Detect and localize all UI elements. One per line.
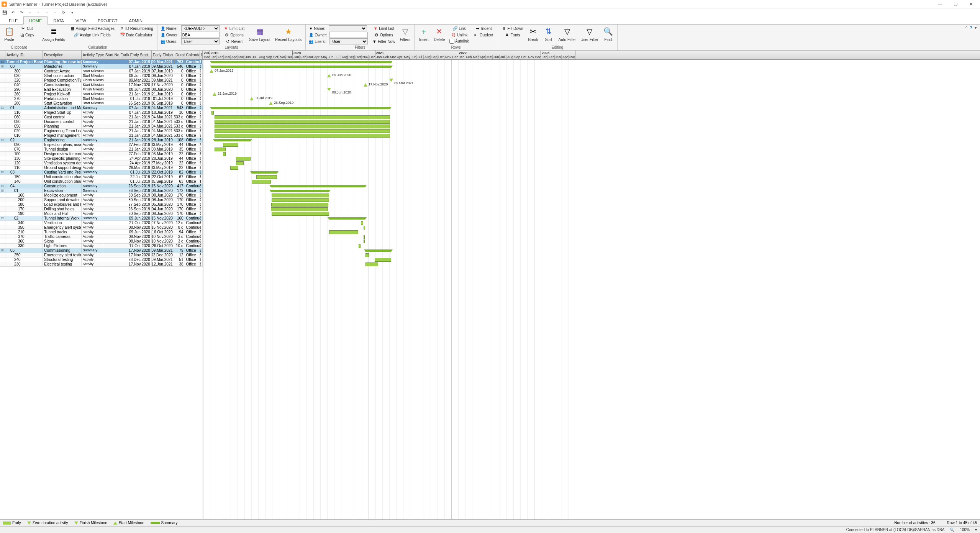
table-row[interactable]: 290End ExcavationFinish Milestone08.Jun.…	[0, 87, 203, 92]
column-header[interactable]: Early Finish	[152, 51, 174, 59]
column-header[interactable]	[0, 51, 5, 59]
fonts-button[interactable]: AFonts	[500, 32, 524, 38]
activity-bar[interactable]	[211, 111, 214, 115]
table-row[interactable]: 010Project managementActivity21.Jan.2019…	[0, 133, 203, 138]
activity-bar[interactable]	[271, 203, 328, 207]
find-button[interactable]: 🔍Find	[601, 25, 615, 43]
table-row[interactable]: 300Contract AwardStart Milestone07.Jan.2…	[0, 69, 203, 74]
autofilter-button[interactable]: ▽Auto Filter	[557, 25, 578, 43]
activity-bar[interactable]	[272, 212, 329, 216]
gantt-row[interactable]	[203, 175, 980, 179]
table-row[interactable]: 320Project Completion/Tunnel OpeningFini…	[0, 78, 203, 83]
milestone-marker[interactable]: 09.Jun.2020	[327, 74, 331, 77]
table-row[interactable]: 310Project Start-UpActivity07.Jan.201918…	[0, 110, 203, 115]
collapse-ribbon-icon[interactable]: ^	[965, 25, 967, 30]
expand-toggle[interactable]: ⊟	[1, 65, 4, 68]
gantt-row[interactable]	[203, 120, 980, 124]
assign-link-fields-button[interactable]: 🔗Assign Link Fields	[68, 32, 116, 38]
expand-toggle[interactable]: ⊟	[1, 107, 4, 110]
activity-bar[interactable]	[215, 129, 390, 133]
menu-tab-data[interactable]: DATA	[48, 16, 70, 24]
zoom-out-icon[interactable]: 🔍	[950, 528, 954, 532]
gantt-row[interactable]	[203, 221, 980, 225]
autolink-checkbox[interactable]	[449, 39, 454, 44]
activity-bar[interactable]	[364, 239, 365, 243]
gantt-row[interactable]	[203, 106, 980, 110]
more-icon[interactable]: ▾	[69, 9, 75, 15]
table-row[interactable]: 090Inspection plans, assessment and reAc…	[0, 143, 203, 147]
gantt-row[interactable]	[203, 143, 980, 147]
redo-icon[interactable]: ↷	[18, 9, 25, 15]
activity-bar[interactable]	[359, 244, 361, 248]
table-row[interactable]: 250Emergency alert testingActivity17.Nov…	[0, 253, 203, 257]
table-row[interactable]: 160Mobilize equipmentActivity30.Sep.2019…	[0, 193, 203, 198]
table-row[interactable]: 150Unit construction phase 2Activity22.J…	[0, 175, 203, 179]
activity-bar[interactable]	[375, 258, 391, 262]
assign-field-packages-button[interactable]: ▦Assign Field Packages	[68, 25, 116, 31]
gantt-row[interactable]	[203, 216, 980, 221]
milestone-marker[interactable]: 17.Nov.2020	[364, 83, 367, 87]
zoom-dropdown-icon[interactable]: ▾	[975, 528, 977, 532]
gantt-row[interactable]	[203, 235, 980, 239]
activity-bar[interactable]	[365, 253, 369, 257]
activity-bar[interactable]	[365, 262, 378, 266]
summary-bar[interactable]	[271, 185, 365, 187]
milestone-marker[interactable]: 09.Mar.2021	[389, 79, 393, 82]
table-row[interactable]: 370Traffic camerasActivity08.Nov.202010.…	[0, 235, 203, 239]
id-renumbering-button[interactable]: #ID Renumbering	[118, 25, 155, 31]
activity-bar[interactable]	[329, 230, 358, 234]
summary-bar[interactable]	[329, 217, 365, 220]
filldown-button[interactable]: ⬇Fill Down	[500, 25, 524, 31]
link-button[interactable]: 🔗Link	[448, 25, 470, 31]
gantt-row[interactable]	[203, 184, 980, 189]
gantt-row[interactable]	[203, 156, 980, 161]
maximize-button[interactable]: ▢	[948, 0, 963, 8]
table-row[interactable]: 110Ground support designActivity29.Mar.2…	[0, 166, 203, 170]
milestone-marker[interactable]: 26.Sep.2019	[269, 102, 273, 105]
sort-button[interactable]: ⇅Sort	[542, 25, 556, 43]
outdent-button[interactable]: ⇤Outdent	[472, 32, 495, 38]
insert-button[interactable]: ＋Insert	[417, 25, 431, 43]
activity-bar[interactable]	[223, 143, 238, 147]
table-row[interactable]: ⊟01ExcavationSummary26.Sep.201908.Jun.20…	[0, 189, 203, 193]
menu-tab-view[interactable]: VIEW	[70, 16, 92, 24]
activity-bar[interactable]	[223, 152, 226, 156]
table-row[interactable]: ⊟04ConstructionSummary26.Sep.201915.Nov.…	[0, 184, 203, 189]
cut-button[interactable]: ✂Cut	[18, 25, 36, 31]
gantt-row[interactable]	[203, 64, 980, 69]
gantt-row[interactable]	[203, 147, 980, 152]
milestone-marker[interactable]: 07.Jan.2019	[210, 69, 213, 73]
help-icon[interactable]: ?	[970, 25, 972, 30]
print-icon[interactable]: ▫	[44, 9, 50, 15]
gantt-row[interactable]: 09.Mar.2021	[203, 78, 980, 83]
activity-bar[interactable]	[215, 120, 390, 124]
activity-bar[interactable]	[364, 235, 365, 239]
gantt-row[interactable]	[203, 198, 980, 202]
summary-bar[interactable]	[211, 61, 391, 63]
activity-bar[interactable]	[361, 221, 363, 225]
table-row[interactable]: 140Unit construction phase 1Activity01.J…	[0, 179, 203, 184]
expand-toggle[interactable]: ⊟	[1, 171, 4, 174]
table-row[interactable]: 340VentilationActivity27.Oct.202007.Nov.…	[0, 221, 203, 225]
column-header[interactable]: Planned QTY	[200, 51, 203, 59]
filter-limit-button[interactable]: ▼Limit List	[370, 25, 397, 31]
table-row[interactable]: 180Load explosives and blastActivity27.S…	[0, 202, 203, 207]
table-row[interactable]: ⊟01Administration and ManagementSummary0…	[0, 106, 203, 110]
unlink-button[interactable]: ⛓Unlink	[448, 32, 470, 38]
activity-bar[interactable]	[272, 198, 329, 202]
gantt-row[interactable]	[203, 133, 980, 138]
gantt-row[interactable]	[203, 170, 980, 175]
grid-body[interactable]: ⊟Tunnel Project BaselinePlanning the new…	[0, 60, 203, 519]
export-icon[interactable]: ▫	[52, 9, 58, 15]
refresh-icon[interactable]: ⟳	[61, 9, 67, 15]
indent-button[interactable]: ⇥Indent	[472, 25, 495, 31]
paste-button[interactable]: 📋Paste	[2, 25, 16, 43]
recent-layouts-button[interactable]: ★Recent Layouts	[274, 25, 303, 43]
gantt-row[interactable]	[203, 225, 980, 230]
column-header[interactable]: Duration	[174, 51, 185, 59]
gantt-row[interactable]: 21.Jan.2019	[203, 92, 980, 97]
undo-icon[interactable]: ↶	[10, 9, 16, 15]
break-button[interactable]: ✂Break	[526, 25, 540, 43]
activity-bar[interactable]	[236, 161, 244, 165]
column-header[interactable]: Description	[43, 51, 81, 59]
